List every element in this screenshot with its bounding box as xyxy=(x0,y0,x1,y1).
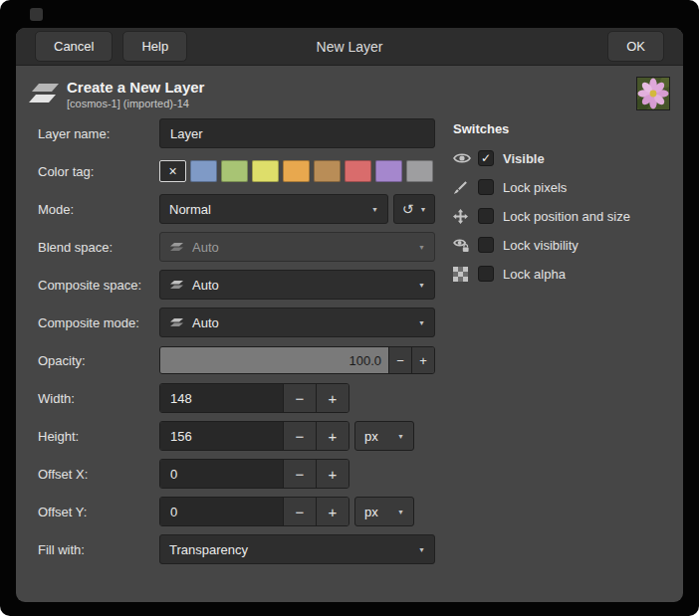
alpha-checker-icon xyxy=(453,266,472,282)
minus-icon: − xyxy=(296,466,305,483)
size-unit-dropdown[interactable]: px ▼ xyxy=(354,421,414,451)
image-thumbnail xyxy=(636,77,670,110)
layer-icon xyxy=(169,317,184,327)
ok-button[interactable]: OK xyxy=(607,31,664,62)
switch-label[interactable]: Lock position and size xyxy=(503,209,630,224)
dialog-heading: Create a New Layer [cosmos-1] (imported)… xyxy=(28,77,670,110)
opacity-label: Opacity: xyxy=(38,353,159,368)
switch-label[interactable]: Visible xyxy=(503,151,545,166)
composite-mode-dropdown[interactable]: Auto ▼ xyxy=(159,308,435,337)
color-tag-label: Color tag: xyxy=(38,164,159,179)
composite-space-dropdown[interactable]: Auto ▼ xyxy=(159,270,435,300)
switch-visible[interactable]: ✓ Visible xyxy=(453,147,677,169)
plus-icon: + xyxy=(329,428,338,445)
width-decrement-button[interactable]: − xyxy=(283,384,316,412)
switch-lock-visibility[interactable]: ✓ Lock visibility xyxy=(453,234,677,256)
height-label: Height: xyxy=(38,429,159,444)
help-button[interactable]: Help xyxy=(122,31,187,62)
mode-group-reset-dropdown[interactable]: ↺ ▼ xyxy=(393,194,435,224)
chevron-down-icon: ▼ xyxy=(397,509,404,515)
plus-icon: + xyxy=(419,353,427,368)
opacity-value: 100.0 xyxy=(349,353,381,368)
visible-checkbox[interactable]: ✓ xyxy=(478,150,494,166)
fill-with-row: Fill with: Transparency ▼ xyxy=(38,534,435,564)
width-label: Width: xyxy=(38,391,159,406)
height-input[interactable] xyxy=(160,422,283,450)
opacity-increment-button[interactable]: + xyxy=(411,347,434,373)
switch-lock-position-size[interactable]: ✓ Lock position and size xyxy=(453,205,677,227)
offset-x-increment-button[interactable]: + xyxy=(316,460,349,488)
switch-label[interactable]: Lock pixels xyxy=(503,180,567,195)
color-tag-yellow-swatch[interactable] xyxy=(252,160,279,182)
minus-icon: − xyxy=(296,428,305,445)
width-row: Width: − + xyxy=(38,383,435,413)
height-decrement-button[interactable]: − xyxy=(283,422,316,450)
lock-visibility-checkbox[interactable]: ✓ xyxy=(478,237,494,253)
offset-x-decrement-button[interactable]: − xyxy=(283,460,316,488)
offset-unit-dropdown[interactable]: px ▼ xyxy=(354,497,414,526)
image-name-subtitle: [cosmos-1] (imported)-14 xyxy=(67,98,204,109)
composite-space-row: Composite space: Auto ▼ xyxy=(38,270,435,300)
layer-name-label: Layer name: xyxy=(38,126,159,141)
color-tag-row: Color tag: × xyxy=(38,156,435,186)
window-title: New Layer xyxy=(317,39,383,55)
color-tag-gray-swatch[interactable] xyxy=(406,160,433,182)
cancel-button[interactable]: Cancel xyxy=(35,31,113,62)
offset-y-input[interactable] xyxy=(160,498,283,525)
header-bar: Cancel Help New Layer OK xyxy=(16,28,683,66)
color-tag-green-swatch[interactable] xyxy=(221,160,248,182)
visibility-lock-icon xyxy=(453,237,472,253)
plus-icon: + xyxy=(329,504,338,520)
plus-icon: + xyxy=(329,390,338,407)
offset-y-decrement-button[interactable]: − xyxy=(283,498,316,525)
lock-pixels-checkbox[interactable]: ✓ xyxy=(478,179,494,195)
switch-label[interactable]: Lock alpha xyxy=(503,267,566,282)
switch-lock-alpha[interactable]: ✓ Lock alpha xyxy=(453,263,677,285)
offset-x-row: Offset X: − + xyxy=(38,459,435,489)
fill-with-dropdown[interactable]: Transparency ▼ xyxy=(159,534,435,564)
width-input[interactable] xyxy=(160,384,283,412)
lock-position-checkbox[interactable]: ✓ xyxy=(478,208,494,224)
color-tag-violet-swatch[interactable] xyxy=(375,160,402,182)
switches-title: Switches xyxy=(453,121,677,136)
height-row: Height: − + px ▼ xyxy=(38,421,435,451)
mode-dropdown[interactable]: Normal ▼ xyxy=(159,194,388,224)
blend-space-label: Blend space: xyxy=(38,240,159,255)
opacity-row: Opacity: 100.0 − + xyxy=(38,345,435,375)
blend-space-dropdown: Auto ▼ xyxy=(159,232,435,262)
offset-x-input[interactable] xyxy=(160,460,283,488)
plus-icon: + xyxy=(329,466,338,483)
switch-label[interactable]: Lock visibility xyxy=(503,238,579,253)
offset-x-label: Offset X: xyxy=(38,467,159,482)
check-icon: ✓ xyxy=(481,152,491,164)
offset-y-increment-button[interactable]: + xyxy=(316,498,349,525)
color-tag-blue-swatch[interactable] xyxy=(190,160,217,182)
composite-space-label: Composite space: xyxy=(38,278,159,293)
height-increment-button[interactable]: + xyxy=(316,422,349,450)
composite-mode-row: Composite mode: Auto ▼ xyxy=(38,308,435,337)
reset-icon: ↺ xyxy=(402,202,414,216)
minus-icon: − xyxy=(396,353,404,368)
chevron-down-icon: ▼ xyxy=(418,546,425,553)
layer-icon xyxy=(169,242,184,252)
composite-mode-label: Composite mode: xyxy=(38,315,159,330)
new-layer-dialog: Cancel Help New Layer OK Create a New La… xyxy=(0,0,699,616)
width-increment-button[interactable]: + xyxy=(316,384,349,412)
chevron-down-icon: ▼ xyxy=(418,244,425,251)
color-tag-brown-swatch[interactable] xyxy=(314,160,341,182)
opacity-decrement-button[interactable]: − xyxy=(388,347,411,373)
layer-name-input[interactable] xyxy=(159,118,435,148)
color-tag-red-swatch[interactable] xyxy=(345,160,371,182)
chevron-down-icon: ▼ xyxy=(397,433,404,440)
mode-row: Mode: Normal ▼ ↺ ▼ xyxy=(38,194,435,224)
minus-icon: − xyxy=(296,390,305,407)
offset-y-row: Offset Y: − + px ▼ xyxy=(38,497,435,526)
mode-label: Mode: xyxy=(38,202,159,217)
lock-alpha-checkbox[interactable]: ✓ xyxy=(478,266,494,282)
switch-lock-pixels[interactable]: ✓ Lock pixels xyxy=(453,176,677,198)
minus-icon: − xyxy=(296,504,305,520)
color-tag-none-swatch[interactable]: × xyxy=(159,160,186,182)
opacity-slider[interactable]: 100.0 xyxy=(160,347,388,373)
offset-y-label: Offset Y: xyxy=(38,505,159,519)
color-tag-orange-swatch[interactable] xyxy=(283,160,310,182)
